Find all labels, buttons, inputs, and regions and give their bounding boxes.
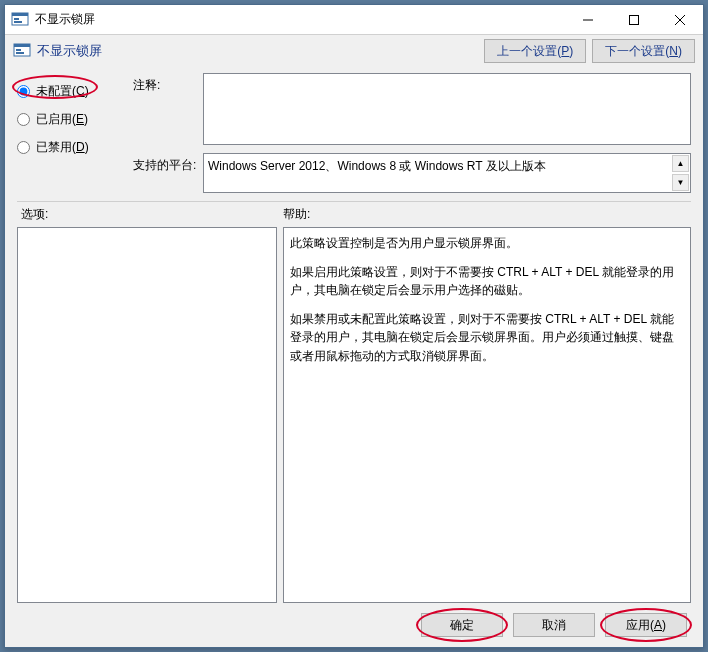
platform-row: 支持的平台: Windows Server 2012、Windows 8 或 W… <box>133 153 691 193</box>
state-radio-group: 未配置(C) 已启用(E) 已禁用(D) <box>17 73 127 193</box>
svg-rect-9 <box>14 44 30 47</box>
radio-disabled[interactable]: 已禁用(D) <box>17 133 127 161</box>
cancel-button[interactable]: 取消 <box>513 613 595 637</box>
options-label: 选项: <box>21 206 283 223</box>
platform-text: Windows Server 2012、Windows 8 或 Windows … <box>208 159 546 173</box>
maximize-button[interactable] <box>611 5 657 35</box>
svg-rect-2 <box>14 18 19 20</box>
help-label: 帮助: <box>283 206 310 223</box>
close-button[interactable] <box>657 5 703 35</box>
radio-enabled[interactable]: 已启用(E) <box>17 105 127 133</box>
svg-rect-5 <box>630 15 639 24</box>
scroll-down-button[interactable]: ▼ <box>672 174 689 191</box>
titlebar: 不显示锁屏 <box>5 5 703 35</box>
prev-setting-button[interactable]: 上一个设置(P) <box>484 39 586 63</box>
chevron-up-icon: ▲ <box>677 159 685 168</box>
chevron-down-icon: ▼ <box>677 178 685 187</box>
comment-label: 注释: <box>133 73 197 94</box>
svg-rect-11 <box>16 52 24 54</box>
upper-panel: 未配置(C) 已启用(E) 已禁用(D) 注释: 支持的平台: Windows … <box>5 67 703 193</box>
svg-rect-3 <box>14 21 22 23</box>
section-labels: 选项: 帮助: <box>5 202 703 227</box>
platform-label: 支持的平台: <box>133 153 197 174</box>
policy-name: 不显示锁屏 <box>37 42 102 60</box>
comment-row: 注释: <box>133 73 691 145</box>
radio-enabled-input[interactable] <box>17 113 30 126</box>
radio-not-configured-input[interactable] <box>17 85 30 98</box>
help-paragraph: 如果启用此策略设置，则对于不需要按 CTRL + ALT + DEL 就能登录的… <box>290 263 684 300</box>
svg-rect-10 <box>16 49 21 51</box>
help-paragraph: 如果禁用或未配置此策略设置，则对于不需要按 CTRL + ALT + DEL 就… <box>290 310 684 366</box>
window-title: 不显示锁屏 <box>35 11 95 28</box>
policy-icon <box>13 42 31 60</box>
options-box <box>17 227 277 603</box>
next-setting-button[interactable]: 下一个设置(N) <box>592 39 695 63</box>
scroll-up-button[interactable]: ▲ <box>672 155 689 172</box>
minimize-button[interactable] <box>565 5 611 35</box>
lower-panel: 此策略设置控制是否为用户显示锁屏界面。 如果启用此策略设置，则对于不需要按 CT… <box>5 227 703 603</box>
footer: 确定 取消 应用(A) <box>5 603 703 647</box>
close-icon <box>675 15 685 25</box>
help-box: 此策略设置控制是否为用户显示锁屏界面。 如果启用此策略设置，则对于不需要按 CT… <box>283 227 691 603</box>
radio-not-configured[interactable]: 未配置(C) <box>17 77 127 105</box>
maximize-icon <box>629 15 639 25</box>
help-paragraph: 此策略设置控制是否为用户显示锁屏界面。 <box>290 234 684 253</box>
radio-disabled-input[interactable] <box>17 141 30 154</box>
form-column: 注释: 支持的平台: Windows Server 2012、Windows 8… <box>133 73 691 193</box>
toolbar: 不显示锁屏 上一个设置(P) 下一个设置(N) <box>5 35 703 67</box>
minimize-icon <box>583 15 593 25</box>
apply-button[interactable]: 应用(A) <box>605 613 687 637</box>
dialog-window: 不显示锁屏 不显示锁屏 上一个设置(P) 下一个设置(N) <box>4 4 704 648</box>
app-icon <box>11 11 29 29</box>
platform-box: Windows Server 2012、Windows 8 或 Windows … <box>203 153 691 193</box>
ok-button[interactable]: 确定 <box>421 613 503 637</box>
svg-rect-1 <box>12 13 28 16</box>
comment-input[interactable] <box>203 73 691 145</box>
